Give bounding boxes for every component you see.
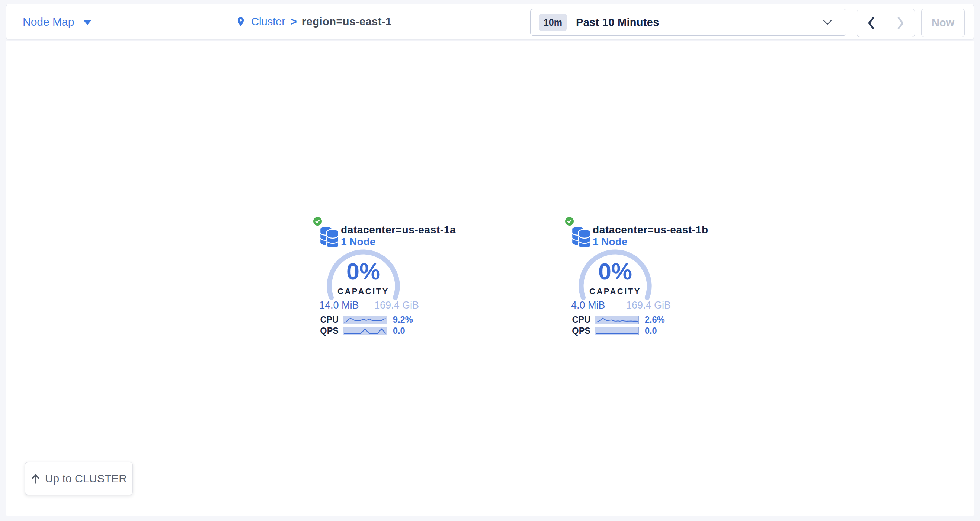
time-forward-button[interactable] <box>886 9 915 37</box>
cpu-metric-row: CPU 2.6% <box>565 315 676 324</box>
capacity-percentage: 0% <box>577 260 653 283</box>
breadcrumb: Cluster > region=us-east-1 <box>235 4 392 40</box>
chevron-right-icon <box>896 17 904 29</box>
header-bar: Node Map Cluster > region=us-east-1 10m … <box>6 4 974 40</box>
status-healthy-icon <box>565 217 574 226</box>
time-window-badge: 10m <box>539 14 567 31</box>
metric-label-cpu: CPU <box>313 315 339 325</box>
up-arrow-icon <box>31 473 41 484</box>
capacity-used: 14.0 MiB <box>319 300 359 311</box>
capacity-total: 169.4 GiB <box>626 300 671 311</box>
chevron-left-icon <box>867 17 875 29</box>
view-selector-dropdown[interactable]: Node Map <box>23 4 91 40</box>
location-pin-icon <box>235 15 246 29</box>
datacenter-card-us-east-1a[interactable]: datacenter=us-east-1a 1 Node 0% CAPACITY… <box>313 216 424 341</box>
capacity-percentage: 0% <box>325 260 401 283</box>
cpu-value: 2.6% <box>645 315 665 325</box>
datacenter-card-us-east-1b[interactable]: datacenter=us-east-1b 1 Node 0% CAPACITY… <box>565 216 676 341</box>
datacenter-node-count: 1 Node <box>341 236 375 248</box>
datacenter-name: datacenter=us-east-1a <box>341 224 456 236</box>
status-healthy-icon <box>313 217 322 226</box>
up-to-cluster-button[interactable]: Up to CLUSTER <box>25 462 133 495</box>
time-nav-arrows <box>857 8 915 37</box>
datacenter-node-count: 1 Node <box>593 236 627 248</box>
time-window-dropdown[interactable]: 10m Past 10 Minutes <box>530 9 846 36</box>
metric-label-qps: QPS <box>565 326 590 336</box>
qps-metric-row: QPS 0.0 <box>313 327 424 335</box>
view-selector-label: Node Map <box>23 16 74 28</box>
time-window-label: Past 10 Minutes <box>576 16 659 29</box>
header-divider <box>515 8 516 38</box>
caret-down-icon <box>84 21 91 25</box>
database-stack-icon <box>318 226 341 247</box>
capacity-used: 4.0 MiB <box>571 300 605 311</box>
cpu-metric-row: CPU 9.2% <box>313 315 424 324</box>
capacity-total: 169.4 GiB <box>374 300 419 311</box>
capacity-caption: CAPACITY <box>577 287 653 296</box>
capacity-values-row: 14.0 MiB 169.4 GiB <box>319 300 419 311</box>
breadcrumb-cluster-link[interactable]: Cluster <box>251 16 285 28</box>
capacity-caption: CAPACITY <box>325 287 401 296</box>
breadcrumb-current: region=us-east-1 <box>302 16 392 28</box>
node-map-canvas <box>6 41 974 516</box>
qps-sparkline <box>343 327 387 335</box>
metric-label-cpu: CPU <box>565 315 590 325</box>
qps-value: 0.0 <box>393 326 405 336</box>
now-button[interactable]: Now <box>921 8 965 37</box>
database-stack-icon <box>570 226 593 247</box>
qps-metric-row: QPS 0.0 <box>565 327 676 335</box>
cpu-sparkline <box>343 315 387 324</box>
cpu-sparkline <box>595 315 639 324</box>
metric-label-qps: QPS <box>313 326 339 336</box>
up-to-cluster-label: Up to CLUSTER <box>45 472 127 485</box>
cpu-value: 9.2% <box>393 315 413 325</box>
chevron-down-icon <box>823 20 832 25</box>
datacenter-name: datacenter=us-east-1b <box>593 224 708 236</box>
qps-value: 0.0 <box>645 326 657 336</box>
qps-sparkline <box>595 327 639 335</box>
capacity-values-row: 4.0 MiB 169.4 GiB <box>571 300 671 311</box>
breadcrumb-separator: > <box>291 16 297 28</box>
time-back-button[interactable] <box>857 9 886 37</box>
